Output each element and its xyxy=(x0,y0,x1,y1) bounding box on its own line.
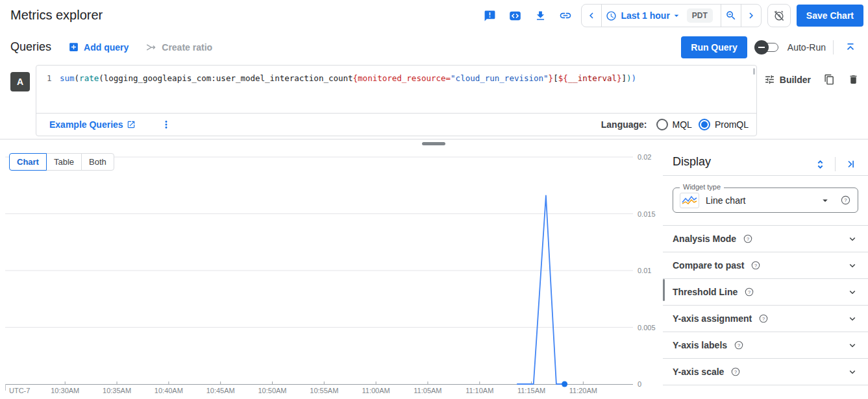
chevron-down-icon xyxy=(847,313,858,324)
time-forward-button[interactable] xyxy=(741,5,761,27)
query-editor-card: 1 sum(rate(logging_googleapis_com:user_m… xyxy=(36,65,757,136)
metrics-chart[interactable]: 00.0050.010.0150.0210:30AM10:35AM10:40AM… xyxy=(0,148,659,399)
svg-text:UTC-7: UTC-7 xyxy=(9,387,30,394)
promql-radio xyxy=(699,119,710,130)
toggle-knob xyxy=(754,40,769,54)
divider xyxy=(833,40,834,54)
widget-type-help-icon[interactable]: ? xyxy=(840,195,851,206)
svg-text:0.02: 0.02 xyxy=(638,153,651,161)
merge-arrows-icon xyxy=(145,42,157,53)
duplicate-query-button[interactable] xyxy=(824,74,835,85)
svg-text:?: ? xyxy=(748,289,750,295)
open-in-new-icon xyxy=(127,120,136,129)
svg-text:?: ? xyxy=(738,343,740,348)
svg-text:?: ? xyxy=(844,197,847,203)
chevron-down-icon xyxy=(847,366,858,378)
chevron-left-icon xyxy=(586,10,597,21)
section-label: Analysis Mode xyxy=(673,234,736,244)
section-y-axis-scale[interactable]: Y-axis scale ? xyxy=(663,359,868,385)
help-icon[interactable]: ? xyxy=(750,260,761,271)
clock-icon xyxy=(606,10,617,21)
more-vert-icon xyxy=(160,119,172,130)
section-compare-to-past[interactable]: Compare to past ? xyxy=(663,252,868,279)
help-icon[interactable]: ? xyxy=(734,340,744,350)
query-code[interactable]: sum(rate(logging_googleapis_com:user_mod… xyxy=(60,73,636,83)
view-tab[interactable]: Table xyxy=(46,153,82,171)
section-analysis-mode[interactable]: Analysis Mode ? xyxy=(663,226,868,252)
promql-label: PromQL xyxy=(715,119,749,130)
example-queries-link[interactable]: Example Queries xyxy=(49,119,136,130)
svg-text:0.005: 0.005 xyxy=(638,324,656,332)
zoom-out-button[interactable] xyxy=(721,5,741,27)
embed-chart-button[interactable] xyxy=(505,6,525,25)
builder-button[interactable]: Builder xyxy=(764,74,811,85)
alerting-off-button[interactable] xyxy=(767,4,791,27)
feedback-button[interactable] xyxy=(480,6,499,25)
magnifier-minus-icon xyxy=(725,10,737,21)
display-title: Display xyxy=(673,155,711,169)
download-icon xyxy=(534,10,547,22)
help-icon[interactable]: ? xyxy=(743,234,753,244)
svg-text:10:35AM: 10:35AM xyxy=(103,387,131,394)
unfold-chevrons-icon xyxy=(814,158,826,171)
timezone-chip[interactable]: PDT xyxy=(687,8,713,23)
view-tab[interactable]: Chart xyxy=(9,153,47,171)
create-ratio-button[interactable]: Create ratio xyxy=(145,42,212,53)
builder-label: Builder xyxy=(780,75,811,85)
time-range-selector[interactable]: Last 1 hour PDT xyxy=(602,5,720,27)
embed-code-icon xyxy=(509,10,521,22)
widget-type-select[interactable]: Widget type Line chart ? xyxy=(673,187,858,213)
collapse-display-button[interactable] xyxy=(841,154,860,174)
svg-text:?: ? xyxy=(762,316,765,322)
example-queries-menu-button[interactable] xyxy=(160,119,172,130)
queries-toolbar: Queries Add query Create ratio Run Query… xyxy=(0,31,868,63)
chevron-down-icon xyxy=(847,260,858,271)
tune-icon xyxy=(764,74,775,85)
panel-resize-handle[interactable] xyxy=(422,142,445,145)
svg-text:?: ? xyxy=(754,263,757,269)
section-y-axis-assignment[interactable]: Y-axis assignment ? xyxy=(663,306,868,332)
add-query-label: Add query xyxy=(84,42,129,53)
delete-query-button[interactable] xyxy=(848,74,859,85)
divider xyxy=(835,157,836,171)
language-label: Language: xyxy=(601,119,647,130)
feedback-icon xyxy=(484,10,496,22)
add-query-button[interactable]: Add query xyxy=(68,42,129,53)
download-button[interactable] xyxy=(530,6,550,25)
save-chart-button[interactable]: Save Chart xyxy=(797,5,863,27)
display-sections: Analysis Mode ? Compare to past ? Thresh… xyxy=(663,225,868,385)
widget-type-value: Line chart xyxy=(706,195,745,206)
section-y-axis-labels[interactable]: Y-axis labels ? xyxy=(663,332,868,359)
query-editor-section: A 1 sum(rate(logging_googleapis_com:user… xyxy=(0,63,868,139)
mql-radio xyxy=(656,119,668,130)
language-option[interactable]: PromQL xyxy=(699,119,749,130)
view-tabs: Chart Table Both xyxy=(9,153,114,171)
editor-footer: Example Queries Language: MQL PromQL xyxy=(36,113,756,136)
page-title: Metrics explorer xyxy=(10,8,103,23)
chevron-down-icon xyxy=(847,233,858,245)
collapse-queries-button[interactable] xyxy=(841,38,860,57)
widget-type-label: Widget type xyxy=(680,183,724,191)
copy-link-button[interactable] xyxy=(556,6,575,25)
svg-text:11:10AM: 11:10AM xyxy=(465,387,493,394)
time-back-button[interactable] xyxy=(582,5,601,27)
header: Metrics explorer Last 1 hour xyxy=(0,0,868,32)
run-query-button[interactable]: Run Query xyxy=(681,36,747,58)
help-icon[interactable]: ? xyxy=(758,313,769,324)
editor-scrollbar[interactable] xyxy=(753,68,755,75)
chevron-right-to-line-icon xyxy=(845,158,856,170)
language-option[interactable]: MQL xyxy=(656,119,692,130)
svg-text:11:00AM: 11:00AM xyxy=(362,387,390,394)
query-badge[interactable]: A xyxy=(10,72,30,91)
divider xyxy=(663,175,868,176)
help-icon[interactable]: ? xyxy=(730,367,741,377)
display-scrollbar[interactable] xyxy=(663,279,665,301)
expand-display-button[interactable] xyxy=(810,154,830,174)
help-icon[interactable]: ? xyxy=(744,287,754,297)
section-threshold-line[interactable]: Threshold Line ? xyxy=(663,279,868,306)
metrics-explorer-page: Metrics explorer Last 1 hour xyxy=(0,0,868,399)
mql-label: MQL xyxy=(673,119,692,130)
auto-run-toggle[interactable] xyxy=(754,40,780,55)
view-tab[interactable]: Both xyxy=(81,153,114,171)
svg-text:0.015: 0.015 xyxy=(638,210,656,218)
